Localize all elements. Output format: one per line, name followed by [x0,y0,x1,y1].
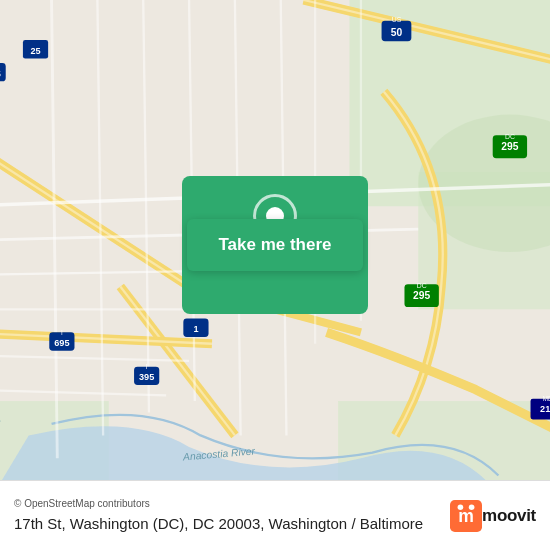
svg-text:50: 50 [391,27,403,38]
moovit-logo: m moovit [450,500,536,532]
svg-text:25: 25 [30,46,40,56]
svg-text:DC: DC [417,282,427,289]
svg-text:395: 395 [139,372,154,382]
svg-text:I: I [146,363,148,370]
osm-link[interactable]: OpenStreetMap contributors [24,498,150,509]
moovit-icon-svg: m [450,500,482,532]
svg-text:218: 218 [540,404,550,414]
svg-text:395: 395 [0,69,1,79]
bottom-info-bar: © OpenStreetMap contributors 17th St, Wa… [0,480,550,550]
take-me-there-button[interactable]: Take me there [187,219,363,271]
copyright-symbol: © [14,498,21,509]
address-section: © OpenStreetMap contributors 17th St, Wa… [14,498,436,534]
osm-credit: © OpenStreetMap contributors [14,498,436,509]
svg-point-62 [458,504,464,510]
svg-text:295: 295 [413,290,430,301]
svg-text:MD: MD [543,395,550,402]
address-display: 17th St, Washington (DC), DC 20003, Wash… [14,513,436,534]
moovit-text: moovit [482,506,536,526]
map-container: Anacostia River Washington Channel 395 2… [0,0,550,550]
svg-text:1: 1 [193,324,198,334]
svg-rect-33 [0,63,6,81]
svg-text:US: US [392,16,402,23]
svg-text:695: 695 [54,338,69,348]
svg-point-63 [469,504,475,510]
svg-text:I: I [61,329,63,336]
svg-text:DC: DC [505,133,515,140]
svg-text:295: 295 [501,141,518,152]
